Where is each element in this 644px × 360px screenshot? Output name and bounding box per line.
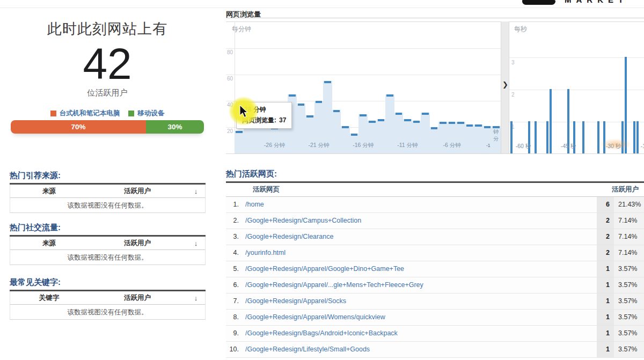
second-bar[interactable]: [582, 121, 584, 153]
page-path-link[interactable]: /yourinfo.html: [245, 245, 597, 261]
second-bar[interactable]: [510, 121, 513, 153]
gridline: [509, 57, 644, 58]
pageviews-per-minute-chart: [235, 21, 501, 153]
row-rank: 10.: [226, 342, 245, 357]
legend-label: 移动设备: [137, 109, 164, 118]
minute-bar[interactable]: [235, 131, 244, 153]
axis-corner-char: 钟: [492, 128, 500, 135]
page-path-link[interactable]: /Google+Redesign/Lifestyle/Small+Goods: [245, 342, 597, 357]
mini-table-title: 热门引荐来源:: [10, 171, 206, 185]
second-bar[interactable]: [633, 121, 635, 153]
y-tick-label: 3: [511, 60, 515, 65]
page-path-link[interactable]: /Google+Redesign/Campus+Collection: [245, 213, 597, 229]
device-legend: 台式机和笔记本电脑移动设备: [0, 109, 215, 118]
table-row: 1./home621.43%: [226, 197, 644, 213]
device-split-bar: 70%30%: [11, 120, 204, 134]
col-header-active-users: 活跃用户: [88, 293, 187, 303]
table-row: 6./Google+Redesign/Apparel/...gle+Mens+T…: [226, 277, 644, 293]
x-tick-label: -16 分钟: [353, 142, 374, 149]
minute-bar-cap: [457, 122, 464, 124]
minute-bar-cap: [484, 126, 491, 128]
minute-bar-cap: [236, 131, 243, 133]
active-pages-header: 活跃网页 活跃用户: [226, 183, 644, 197]
page-path-link[interactable]: /Google+Redesign/Apparel/Womens/quickvie…: [245, 310, 597, 325]
tooltip-value: 37: [279, 116, 286, 124]
divider: [226, 18, 644, 18]
mouse-cursor-icon: [238, 105, 249, 118]
minute-bar-cap: [404, 119, 411, 121]
active-users-percent: 7.14%: [614, 229, 644, 245]
mini-table: 最常见关键字:关键字活跃用户↓该数据视图没有任何数据。: [10, 277, 206, 320]
legend-swatch-icon: [50, 111, 56, 116]
sort-descending-icon[interactable]: ↓: [187, 187, 205, 195]
minute-bar[interactable]: [465, 124, 474, 153]
device-split-segment: 70%: [11, 120, 146, 134]
second-bar[interactable]: [535, 121, 537, 153]
minute-bar-cap: [466, 124, 473, 127]
page-path-link[interactable]: /Google+Redesign/Bags/Android+Iconic+Bac…: [245, 326, 597, 341]
col-header-source: 来源: [10, 187, 88, 196]
no-data-message: 该数据视图没有任何数据。: [10, 198, 206, 213]
page-path-link[interactable]: /Google+Redesign/Apparel/...gle+Mens+Tec…: [245, 277, 597, 293]
page-path-link[interactable]: /Google+Redesign/Clearance: [245, 229, 597, 245]
page-path-link[interactable]: /home: [245, 197, 597, 212]
minute-bar-cap: [316, 101, 323, 103]
row-rank: 6.: [226, 277, 245, 293]
x-tick-label: -6 分钟: [443, 142, 460, 149]
minute-bar[interactable]: [483, 126, 492, 153]
minute-bar-cap: [475, 124, 482, 127]
row-rank: 9.: [226, 326, 245, 341]
active-users-value: 2: [597, 245, 614, 261]
minute-bar[interactable]: [332, 110, 341, 153]
active-users-value: 2: [597, 229, 614, 245]
minute-bar[interactable]: [385, 94, 394, 153]
active-users-percent: 3.57%: [614, 261, 644, 277]
mini-table-title: 热门社交流量:: [10, 223, 206, 237]
minute-axis-corner-label: 钟分: [492, 128, 500, 142]
table-row: 3./Google+Redesign/Clearance27.14%: [226, 229, 644, 245]
no-data-message: 该数据视图没有任何数据。: [10, 250, 206, 265]
minute-bar[interactable]: [377, 119, 386, 153]
brand-logo-swoosh-icon: [522, 0, 555, 5]
table-row: 4./yourinfo.html27.14%: [226, 245, 644, 261]
active-users-percent: 7.14%: [614, 213, 644, 229]
minute-bar[interactable]: [270, 127, 279, 153]
active-users-value: 1: [597, 261, 614, 277]
active-users-percent: 3.57%: [614, 277, 644, 293]
mini-table-title: 最常见关键字:: [10, 277, 206, 291]
active-users-count: 42: [0, 39, 215, 89]
minute-bar-cap: [333, 110, 340, 112]
minute-bar-cap: [342, 126, 349, 128]
row-rank: 5.: [226, 261, 245, 277]
table-row: 10./Google+Redesign/Lifestyle/Small+Good…: [226, 342, 644, 358]
expand-chevron-icon[interactable]: ❯: [502, 80, 508, 89]
second-bar[interactable]: [597, 121, 599, 153]
minute-bar[interactable]: [430, 127, 439, 153]
page-path-link[interactable]: /Google+Redesign/Apparel/Google+Dino+Gam…: [245, 261, 597, 277]
page-path-link[interactable]: /Google+Redesign/Apparel/Socks: [245, 293, 597, 309]
minute-bar[interactable]: [421, 113, 430, 153]
table-row: 8./Google+Redesign/Apparel/Womens/quickv…: [226, 310, 644, 326]
active-users-percent: 21.43%: [614, 197, 644, 212]
second-bar[interactable]: [550, 89, 552, 153]
minute-bar-cap: [298, 104, 305, 106]
minute-bar[interactable]: [297, 104, 306, 153]
row-rank: 1.: [226, 197, 245, 212]
minute-bar[interactable]: [341, 126, 350, 153]
minute-bar[interactable]: [474, 124, 483, 153]
active-users-value: 1: [597, 293, 614, 309]
minute-bar-cap: [306, 115, 313, 117]
sort-descending-icon[interactable]: ↓: [187, 239, 205, 247]
active-users-label: 位活跃用户: [0, 88, 215, 98]
active-users-value: 1: [597, 326, 614, 341]
sort-descending-icon[interactable]: ↓: [187, 294, 205, 302]
mini-table-header: 来源活跃用户↓: [10, 237, 206, 250]
chart-border-bottom: [226, 153, 644, 154]
active-users-percent: 3.57%: [614, 326, 644, 341]
second-bar[interactable]: [546, 121, 548, 153]
col-header-active-users: 活跃用户: [612, 185, 639, 194]
second-bar[interactable]: [636, 121, 639, 153]
minute-axis-corner-fragment: -1: [486, 143, 491, 148]
active-users-value: 6: [597, 197, 614, 212]
active-users-percent: 7.14%: [614, 245, 644, 261]
